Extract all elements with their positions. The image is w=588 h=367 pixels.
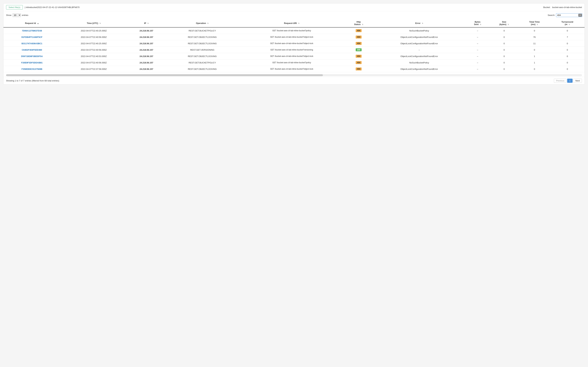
table-header-row: Request Id Time (UTC) IP Operation Reque… [3,19,585,27]
sort-icon-error [422,22,423,24]
next-button[interactable]: Next [573,79,582,83]
cell-request-id: C6402F404F5DD460 [3,47,60,53]
status-badge: 404 [356,29,362,32]
status-badge: 404 [356,61,362,64]
cell-http-status: 404 [345,59,373,66]
col-total-time-ms[interactable]: Total Time(ms) [519,19,550,27]
file-path: | inlinebucket2022-04-07-22-41-12-VAHG06… [25,6,541,8]
status-badge: 404 [356,35,362,39]
cell-http-status: 404 [345,66,373,72]
cell-size-bytes: 0 [490,53,519,59]
col-size-bytes[interactable]: Size(bytes) [490,19,519,27]
cell-bytes-sent: – [466,53,489,59]
cell-total-time-ms: 11 [519,40,550,47]
bucket-info: Bucket: bucket-aws-cli-lab-inline-bucket [543,6,582,8]
bucket-name: bucket-aws-cli-lab-inline-bucket [552,6,582,8]
data-table: Request Id Time (UTC) IP Operation Reque… [3,19,585,72]
sort-icon-turnaround [569,24,570,25]
cell-error: ObjectLockConfigurationNotFoundError [373,34,466,40]
showing-text: Showing 1 to 7 of 7 entries (filtered fr… [6,79,59,82]
cell-request-uri: GET /bucket-aws-cli-lab-inline-bucket?po… [239,27,345,34]
cell-turnaround: 7 [550,34,585,40]
sort-icon-operation [207,22,208,24]
cell-operation: REST.GET.OBJECTLOCKING [166,66,239,72]
cell-request-id: F358DEBC9137569B [3,66,60,72]
cell-error: ObjectLockConfigurationNotFoundError [373,66,466,72]
select-files-button[interactable]: Select file(s) [6,5,23,9]
cell-turnaround: 0 [550,47,585,53]
cell-ip: 24.218.56.157 [127,27,166,34]
col-time-utc[interactable]: Time (UTC) [60,19,127,27]
table-body: 7D06A12758637D38 2022-04-07T22:40:25.000… [3,27,585,72]
cell-ip: 24.218.56.157 [127,34,166,40]
cell-turnaround: 0 [550,66,585,72]
col-bytes-sent[interactable]: BytesSent [466,19,489,27]
bucket-label: Bucket: [543,6,550,8]
col-turnaround[interactable]: Turnaround(m [550,19,585,27]
search-clear-button[interactable]: ✕ [578,14,582,17]
cell-operation: REST.GET.OBJECTLOCKING [166,53,239,59]
cell-bytes-sent: – [466,27,489,34]
cell-request-id: F20E9F3DF3DDAB81 [3,59,60,66]
cell-request-id: D5971BD8F3BDDF5A [3,53,60,59]
col-error[interactable]: Error [373,19,466,27]
cell-error: NoSuchBucketPolicy [373,59,466,66]
cell-size-bytes: 0 [490,40,519,47]
sort-icon-http-status [362,24,363,25]
cell-request-uri: GET /bucket-aws-cli-lab-inline-bucket?ob… [239,66,345,72]
cell-request-id: 7D06A12758637D38 [3,27,60,34]
cell-request-id: B311747A836A3BC1 [3,40,60,47]
cell-size-bytes: 0 [490,27,519,34]
cell-total-time-ms: 0 [519,47,550,53]
main-container: Select file(s) | inlinebucket2022-04-07-… [3,3,585,84]
show-label: Show [6,14,11,17]
cell-total-time-ms: 0 [519,66,550,72]
col-ip[interactable]: IP [127,19,166,27]
header-bar: Select file(s) | inlinebucket2022-04-07-… [3,3,585,11]
col-request-id[interactable]: Request Id [3,19,60,27]
pagination: Previous 1 Next [554,79,582,83]
show-entries-control: Show 10 25 50 100 entries [6,13,28,17]
cell-time-utc: 2022-04-07T22:40:53.000Z [60,53,127,59]
cell-total-time-ms: 1 [519,53,550,59]
sort-icon-time-utc [99,22,101,24]
table-row: C6402F404F5DD460 2022-04-07T22:40:56.000… [3,47,585,53]
cell-ip: 24.218.56.157 [127,40,166,47]
cell-error: ObjectLockConfigurationNotFoundError [373,40,466,47]
cell-bytes-sent: – [466,66,489,72]
status-badge: 404 [356,67,362,70]
cell-http-status: 404 [345,53,373,59]
col-operation[interactable]: Operation [166,19,239,27]
cell-time-utc: 2022-04-07T22:40:56.000Z [60,59,127,66]
cell-size-bytes: 0 [490,66,519,72]
cell-time-utc: 2022-04-07T22:40:56.000Z [60,34,127,40]
sort-icon-request-id [37,22,39,24]
table-row: 7D06A12758637D38 2022-04-07T22:40:25.000… [3,27,585,34]
cell-operation: REST.GET.BUCKETPOLICY [166,59,239,66]
cell-error: ObjectLockConfigurationNotFoundError [373,53,466,59]
horizontal-scrollbar[interactable] [6,74,582,76]
sort-icon-request-uri [298,22,299,24]
search-box: Search: ✕ [548,13,582,17]
cell-http-status: 404 [345,34,373,40]
entries-label: entries [22,14,28,17]
cell-ip: 24.218.56.157 [127,59,166,66]
col-request-uri[interactable]: Request-URI [239,19,345,27]
footer-row: Showing 1 to 7 of 7 entries (filtered fr… [3,77,585,84]
cell-time-utc: 2022-04-07T22:37:58.000Z [60,66,127,72]
previous-button[interactable]: Previous [554,79,567,83]
cell-ip: 24.218.56.157 [127,47,166,53]
table-row: F358DEBC9137569B 2022-04-07T22:37:58.000… [3,66,585,72]
entries-select[interactable]: 10 25 50 100 [12,13,21,17]
col-http-status[interactable]: HttpStatus [345,19,373,27]
cell-turnaround: 0 [550,59,585,66]
cell-bytes-sent: – [466,47,489,53]
cell-operation: REST.GET.VERSIONING [166,47,239,53]
cell-bytes-sent: – [466,59,489,66]
sort-icon-total-time-ms [537,24,538,25]
cell-error: NoSuchBucketPolicy [373,27,466,34]
table-row: D5971BD8F3BDDF5A 2022-04-07T22:40:53.000… [3,53,585,59]
sort-icon-size-bytes [508,24,509,25]
page-1-button[interactable]: 1 [567,79,573,83]
cell-request-uri: GET /bucket-aws-cli-lab-inline-bucket?ob… [239,40,345,47]
